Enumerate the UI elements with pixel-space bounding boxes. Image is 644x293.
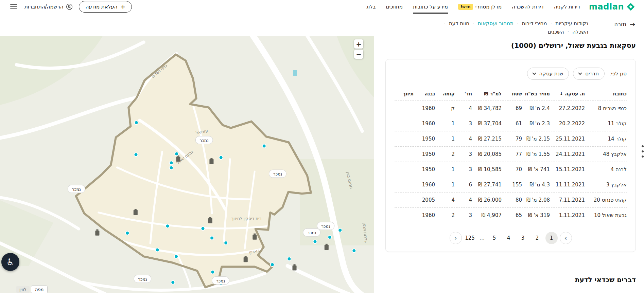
post-ad-button[interactable]: + העלאת מודעה (79, 1, 132, 13)
column-header-label: קומה (443, 91, 455, 96)
table-row[interactable]: קהתי פנחס 207.11.20212.08 מ' ₪8026,000 ₪… (395, 193, 627, 208)
nav-item-1[interactable]: דירות לקניה (554, 0, 580, 14)
column-header-5[interactable]: למ"ר ₪ (472, 91, 502, 96)
listing-dot[interactable] (352, 249, 356, 253)
sold-marker-label: נמכר (72, 187, 81, 192)
subnav-item-2[interactable]: מחירי דירות (522, 20, 547, 26)
page-button-5[interactable]: 5 (488, 232, 501, 244)
cell-col-3: 2.08 מ' ₪ (522, 197, 550, 203)
table-row[interactable]: אלקבץ 4824.11.20211.55 מ' ₪7720,085 ₪321… (395, 147, 627, 162)
page-button-1[interactable]: 1 (545, 232, 558, 244)
listing-dot[interactable] (328, 235, 332, 239)
secondary-nav: → חזרה נקודות עיקריות·מחירי דירות·תמחור … (0, 14, 644, 36)
listing-dot[interactable] (224, 241, 228, 245)
cell-col-4: 61 (502, 121, 522, 127)
subnav-item-3[interactable]: תמחור ועסקאות (478, 20, 514, 26)
listing-dot[interactable] (211, 270, 215, 274)
zoom-out-button[interactable]: − (354, 50, 363, 59)
listing-dot[interactable] (170, 161, 173, 165)
sold-marker[interactable]: נמכר (212, 277, 229, 285)
street-label: בית דיסקין לחינוך (231, 216, 262, 221)
cell-col-2: 25.11.2021 (550, 136, 585, 142)
sold-marker[interactable]: נמכר (303, 228, 320, 236)
listing-dot[interactable] (175, 152, 178, 156)
table-row[interactable]: קולר 1120.2.20222.3 מ' ₪6137,704 ₪311960 (395, 116, 627, 131)
nav-item-2[interactable]: דירות להשכרה (512, 0, 544, 14)
column-header-1[interactable]: כתובת (585, 91, 627, 96)
listing-dot[interactable] (171, 280, 175, 284)
listing-dot[interactable] (210, 236, 214, 240)
nav-item-5[interactable]: מתווכים (386, 0, 402, 14)
table-row[interactable]: אלקבץ 311.11.20214.3 מ' ₪15527,741 ₪6119… (395, 177, 627, 193)
zoom-in-button[interactable]: + (354, 39, 363, 49)
nav-item-4[interactable]: מידע על כתובות (413, 0, 448, 14)
column-header-8[interactable]: נבנה (414, 91, 435, 96)
login-button[interactable]: הרשמה/התחברות (24, 3, 73, 10)
prev-page-button[interactable]: ‹ (450, 232, 462, 244)
table-row[interactable]: לבנה 415.11.2021741 א' ₪7010,585 ₪311950 (395, 162, 627, 177)
listing-dot[interactable] (155, 248, 159, 252)
page-button-3[interactable]: 3 (517, 232, 529, 244)
sold-marker[interactable]: נמכר (68, 185, 85, 193)
map-view-button[interactable]: מפה (31, 286, 48, 293)
menu-button[interactable] (9, 3, 18, 11)
filter-dropdown-2[interactable]: שנת עסקה (527, 68, 569, 80)
cell-col-7: 1 (435, 136, 455, 142)
subnav-item-5[interactable]: השכלה (572, 29, 588, 35)
sold-marker[interactable]: נמכר (269, 170, 286, 178)
sold-marker[interactable]: נמכר (134, 275, 151, 283)
filter-dropdown-1[interactable]: חדרים (573, 68, 605, 80)
filter-dropdown-label: חדרים (585, 71, 599, 77)
separator-dot: · (517, 20, 519, 26)
cell-col-4: 69 (502, 105, 522, 111)
page-button-4[interactable]: 4 (503, 232, 515, 244)
column-header-label: ת. עסקה (565, 91, 585, 96)
listing-dot[interactable] (134, 153, 138, 157)
sold-marker-label: נמכר (273, 172, 282, 177)
subnav-item-6[interactable]: השכנים (548, 29, 564, 35)
nav-item-3[interactable]: מדלן מסחריחדש! (458, 0, 502, 14)
column-header-3[interactable]: מחיר בש"ח (522, 91, 550, 96)
page-button-2[interactable]: 2 (531, 232, 543, 244)
nav-item-label: מדלן מסחרי (475, 4, 502, 10)
table-row[interactable]: כנפי נשרים 827.2.20222.4 מ' ₪6934,782 ₪4… (395, 101, 627, 116)
listing-dot[interactable] (170, 166, 173, 170)
listing-dot[interactable] (287, 257, 291, 261)
separator-dot: · (568, 29, 569, 35)
page-button-125[interactable]: 125 (464, 232, 476, 244)
table-row[interactable]: קולר 1425.11.20212.15 מ' ₪7927,215 ₪4119… (395, 131, 627, 147)
listing-dot[interactable] (219, 156, 223, 160)
nav-item-6[interactable]: בלוג (366, 0, 376, 14)
listing-dot[interactable] (271, 263, 274, 267)
column-header-9[interactable]: תיווך (394, 91, 414, 96)
satellite-view-button[interactable]: לווין (16, 286, 30, 293)
column-header-6[interactable]: חד' (455, 91, 472, 96)
accessibility-button[interactable]: ♿ (1, 253, 19, 271)
chevron-down-icon (532, 71, 536, 75)
subnav-item-4[interactable]: חוות דעת (449, 20, 469, 26)
next-page-button[interactable]: › (560, 232, 572, 244)
column-header-7[interactable]: קומה (435, 91, 455, 96)
brand-logo[interactable]: madlan (589, 2, 635, 12)
column-header-2[interactable]: ת. עסקה↓ (550, 91, 585, 96)
listing-dot[interactable] (262, 144, 266, 148)
back-button[interactable]: → חזרה (614, 20, 635, 28)
sold-marker[interactable]: נמכר (317, 222, 334, 230)
listing-dot[interactable] (313, 240, 317, 243)
listing-dot[interactable] (135, 121, 138, 125)
cell-col-4: 155 (502, 182, 522, 188)
sold-marker[interactable]: נמכר (195, 136, 213, 144)
table-row[interactable]: גבעת שאול 101.11.2021319 א' ₪654,907 ₪32… (395, 208, 627, 223)
logo-text: madlan (589, 2, 624, 12)
listing-dot[interactable] (174, 255, 178, 258)
listing-dot[interactable] (201, 227, 205, 231)
subnav-item-1[interactable]: נקודות עיקריות (555, 20, 588, 26)
cell-col-3: 1.55 מ' ₪ (522, 151, 550, 157)
listing-dot[interactable] (125, 231, 129, 235)
cell-col-5: 37,704 ₪ (472, 121, 502, 127)
listing-dot[interactable] (166, 224, 170, 228)
map-canvas[interactable]: כנפי נשריםעזריאלגבעת שאולבן-ציוןבית דיסק… (0, 36, 374, 293)
cell-col-4: 79 (502, 136, 522, 142)
column-header-4[interactable]: שטח (502, 91, 522, 96)
listing-dot[interactable] (338, 228, 342, 232)
